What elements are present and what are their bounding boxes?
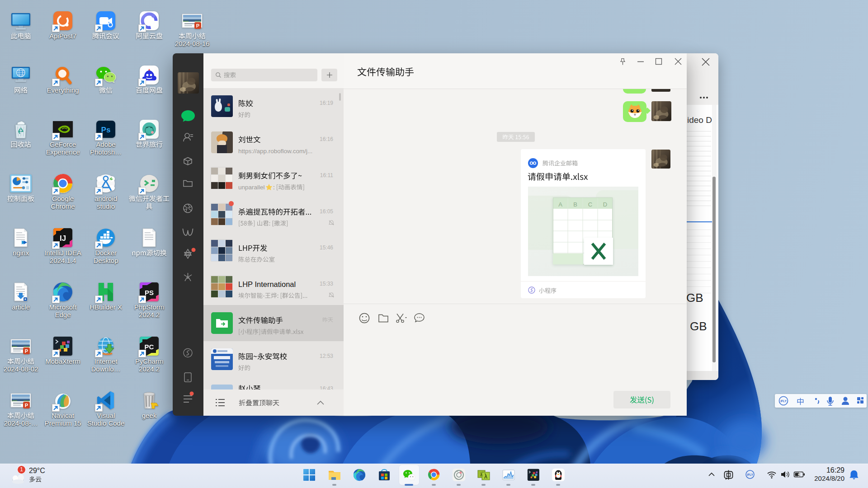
svg-text:IJ: IJ — [60, 234, 66, 243]
svg-text:λ: λ — [484, 473, 487, 480]
svg-text:λ: λ — [480, 472, 482, 477]
svg-text:iFLY: iFLY — [747, 473, 753, 476]
svg-text:iFLY: iFLY — [780, 399, 787, 403]
svg-text:P: P — [196, 23, 199, 28]
svg-text:P: P — [25, 348, 28, 354]
svg-text:P: P — [25, 403, 28, 408]
